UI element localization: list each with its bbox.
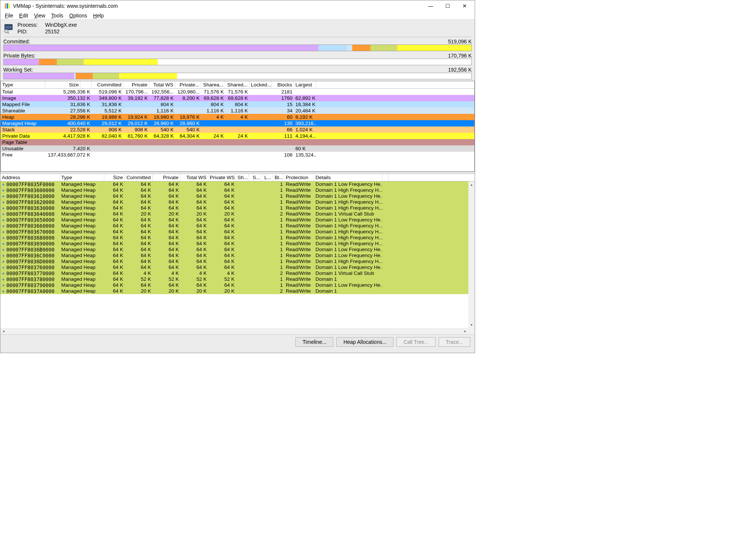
detail-row[interactable]: +00007FF803660000Managed Heap64 K64 K64 …: [0, 223, 468, 229]
menu-view[interactable]: View: [31, 12, 48, 19]
expand-icon[interactable]: +: [2, 211, 5, 217]
detail-row[interactable]: +00007FF8037A0000Managed Heap64 K20 K20 …: [0, 288, 468, 294]
summary-row[interactable]: Page Table: [1, 139, 474, 145]
detail-row[interactable]: +00007FF8036D0000Managed Heap64 K64 K64 …: [0, 259, 468, 264]
menu-tools[interactable]: Tools: [48, 12, 66, 19]
expand-icon[interactable]: +: [2, 205, 5, 211]
detail-header-cell[interactable]: S...: [249, 174, 262, 181]
expand-icon[interactable]: +: [2, 283, 5, 288]
detail-row[interactable]: +00007FF8036B0000Managed Heap64 K64 K64 …: [0, 247, 468, 253]
detail-row[interactable]: +00007FF803630000Managed Heap64 K64 K64 …: [0, 205, 468, 211]
detail-header-cell[interactable]: Private: [153, 174, 180, 181]
minimize-button[interactable]: —: [422, 0, 439, 11]
expand-icon[interactable]: +: [2, 188, 5, 193]
heap-allocations-button[interactable]: Heap Allocations...: [336, 337, 393, 347]
summary-header-cell[interactable]: Largest: [294, 81, 316, 88]
maximize-button[interactable]: ☐: [439, 0, 456, 11]
summary-header-cell[interactable]: Shared...: [225, 81, 249, 88]
detail-header-cell[interactable]: ⌄Size: [104, 174, 125, 181]
summary-row[interactable]: Mapped File31,836 K31,836 K804 K804 K804…: [1, 101, 474, 108]
detail-header-cell[interactable]: Bl...: [273, 174, 284, 181]
expand-icon[interactable]: +: [2, 277, 5, 282]
committed-label: Committed:: [3, 39, 30, 45]
summary-header-cell[interactable]: Size: [45, 81, 81, 88]
call-tree-button[interactable]: Call Tree...: [396, 337, 436, 347]
expand-icon[interactable]: +: [2, 229, 5, 235]
summary-header-cell[interactable]: Type: [1, 81, 45, 88]
expand-icon[interactable]: +: [2, 194, 5, 199]
timeline-button[interactable]: Timeline...: [295, 337, 333, 347]
detail-row[interactable]: +00007FF803690000Managed Heap64 K64 K64 …: [0, 241, 468, 247]
detail-header-cell[interactable]: Private WS: [208, 174, 236, 181]
expand-icon[interactable]: +: [2, 259, 5, 264]
summary-header-cell[interactable]: Committed: [92, 81, 123, 88]
detail-row[interactable]: +00007FF803670000Managed Heap64 K64 K64 …: [0, 229, 468, 235]
detail-header-cell[interactable]: L...: [262, 174, 273, 181]
detail-header-cell[interactable]: Type: [60, 174, 104, 181]
summary-header-cell[interactable]: Private...: [175, 81, 201, 88]
detail-row[interactable]: +00007FF803780000Managed Heap64 K52 K52 …: [0, 276, 468, 282]
detail-header-cell[interactable]: Protection: [284, 174, 314, 181]
detail-row[interactable]: +00007FF803680000Managed Heap64 K64 K64 …: [0, 235, 468, 241]
menu-edit[interactable]: Edit: [16, 12, 31, 19]
scroll-right-icon[interactable]: ▸: [462, 328, 468, 334]
detail-row[interactable]: +00007FF803790000Managed Heap64 K64 K64 …: [0, 282, 468, 288]
detail-header-row[interactable]: AddressType⌄SizeCommittedPrivateTotal WS…: [0, 174, 475, 181]
expand-icon[interactable]: +: [2, 217, 5, 223]
summary-row[interactable]: Unusable7,420 K60 K: [1, 145, 474, 152]
summary-header-row[interactable]: TypeSizeCommittedPrivateTotal WSPrivate.…: [1, 81, 474, 89]
summary-header-cell[interactable]: Sharea...: [201, 81, 225, 88]
detail-row[interactable]: +00007FF803760000Managed Heap64 K64 K64 …: [0, 264, 468, 270]
summary-header-cell[interactable]: Total WS: [149, 81, 175, 88]
summary-row[interactable]: Free137,433,667,072 K108135,324...: [1, 152, 474, 158]
vertical-scrollbar[interactable]: ▴ ▾: [468, 181, 475, 328]
expand-icon[interactable]: +: [2, 223, 5, 229]
summary-row[interactable]: Stack22,528 K908 K908 K540 K540 K661,024…: [1, 126, 474, 133]
scroll-up-icon[interactable]: ▴: [468, 181, 475, 188]
scroll-down-icon[interactable]: ▾: [468, 322, 475, 328]
detail-header-cell[interactable]: Address: [0, 174, 60, 181]
detail-row[interactable]: +00007FF803620000Managed Heap64 K64 K64 …: [0, 199, 468, 205]
detail-row[interactable]: +00007FF803600000Managed Heap64 K64 K64 …: [0, 187, 468, 193]
summary-row[interactable]: Private Data4,417,928 K82,040 K81,760 K6…: [1, 133, 474, 139]
detail-header-cell[interactable]: Details: [314, 174, 382, 181]
close-button[interactable]: ✕: [456, 0, 473, 11]
expand-icon[interactable]: +: [2, 200, 5, 205]
expand-icon[interactable]: +: [2, 241, 5, 247]
menu-help[interactable]: Help: [90, 12, 107, 19]
summary-header-cell[interactable]: Locked...: [249, 81, 272, 88]
detail-row[interactable]: +00007FF8036C0000Managed Heap64 K64 K64 …: [0, 253, 468, 259]
expand-icon[interactable]: +: [2, 235, 5, 241]
detail-row[interactable]: +00007FF8035F0000Managed Heap64 K64 K64 …: [0, 181, 468, 187]
menu-file[interactable]: File: [2, 12, 16, 19]
detail-row[interactable]: +00007FF803650000Managed Heap64 K64 K64 …: [0, 217, 468, 223]
summary-row[interactable]: Image350,132 K349,800 K39,192 K77,828 K8…: [1, 95, 474, 101]
summary-row[interactable]: Total5,286,336 K519,096 K170,796...192,5…: [1, 89, 474, 95]
menu-options[interactable]: Options: [66, 12, 90, 19]
scroll-left-icon[interactable]: ◂: [0, 328, 7, 334]
horizontal-scrollbar[interactable]: ◂ ▸: [0, 328, 468, 334]
titlebar[interactable]: VMMap - Sysinternals: www.sysinternals.c…: [0, 0, 475, 11]
summary-header-cell[interactable]: Private: [123, 81, 149, 88]
detail-header-cell[interactable]: Total WS: [180, 174, 208, 181]
expand-icon[interactable]: +: [2, 271, 5, 276]
summary-row[interactable]: Managed Heap400,640 K29,012 K29,012 K28,…: [1, 120, 474, 126]
summary-header-cell[interactable]: [81, 81, 92, 88]
expand-icon[interactable]: +: [2, 182, 5, 187]
detail-row[interactable]: +00007FF803770000Managed Heap64 K4 K4 K4…: [0, 270, 468, 276]
summary-header-cell[interactable]: Blocks: [272, 81, 294, 88]
expand-icon[interactable]: +: [2, 289, 5, 294]
detail-row[interactable]: +00007FF803640000Managed Heap64 K20 K20 …: [0, 211, 468, 217]
detail-list[interactable]: +00007FF8035F0000Managed Heap64 K64 K64 …: [0, 181, 468, 328]
detail-header-cell[interactable]: Sh...: [236, 174, 249, 181]
summary-table[interactable]: TypeSizeCommittedPrivateTotal WSPrivate.…: [0, 81, 475, 172]
summary-row[interactable]: Shareable27,556 K5,512 K1,116 K1,116 K1,…: [1, 108, 474, 114]
summary-row[interactable]: Heap28,296 K19,988 K19,924 K18,980 K18,9…: [1, 114, 474, 120]
trace-button[interactable]: Trace...: [439, 337, 470, 347]
expand-icon[interactable]: +: [2, 253, 5, 259]
detail-row[interactable]: +00007FF803610000Managed Heap64 K64 K64 …: [0, 193, 468, 199]
detail-header-cell[interactable]: Committed: [125, 174, 153, 181]
expand-icon[interactable]: +: [2, 265, 5, 270]
expand-icon[interactable]: +: [2, 247, 5, 253]
detail-header-spacer: [382, 174, 389, 181]
